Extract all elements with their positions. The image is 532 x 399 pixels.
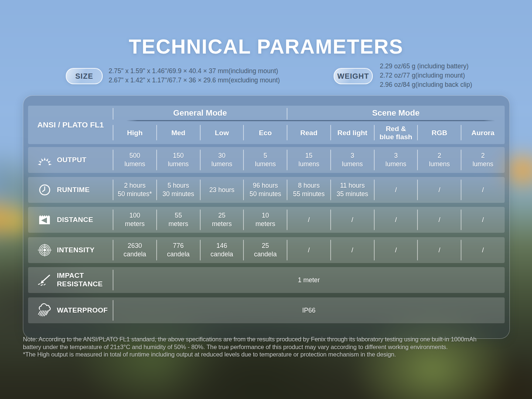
value-cell: / (331, 207, 374, 233)
table-row: IMPACT RESISTANCE1 meter (28, 267, 505, 293)
footnote: Note: According to the ANSI/PLATO FL1 st… (23, 335, 518, 358)
column-header-5: Read (287, 122, 331, 144)
spec-table-panel: ANSI / PLATO FL1 General Mode Scene Mode… (23, 95, 510, 339)
distance-icon (36, 212, 53, 227)
footnote-line-2: battery under the temperature of 21±3°C … (23, 343, 518, 351)
value-cell: 23 hours (200, 177, 244, 203)
footnote-line-1: Note: According to the ANSI/PLATO FL1 st… (23, 335, 518, 343)
table-row: INTENSITY2630 candela776 candela146 cand… (28, 237, 505, 263)
column-header-3: Low (200, 122, 244, 144)
value-cell: / (461, 207, 505, 233)
table-row: RUNTIME2 hours 50 minutes*5 hours 30 min… (28, 177, 505, 203)
value-cell: / (374, 207, 418, 233)
row-label-text: WATERPROOF (57, 306, 108, 315)
weight-line-2: 2.72 oz/77 g(including mount) (380, 71, 472, 80)
value-cell: / (374, 177, 418, 203)
value-cell: / (417, 237, 461, 263)
runtime-icon (36, 183, 53, 197)
waterproof-icon (36, 303, 53, 318)
weight-spec-text: 2.29 oz/65 g (including battery) 2.72 oz… (380, 62, 472, 89)
value-cell: / (417, 207, 461, 233)
weight-pill-label: WEIGHT (337, 72, 369, 81)
row-label-text: INTENSITY (57, 246, 95, 255)
value-cell: 8 hours 55 minutes (287, 177, 331, 203)
header-right: General Mode Scene Mode HighMedLowEcoRea… (113, 106, 505, 144)
footnote-line-3: *The High output is measured in total of… (23, 351, 518, 358)
size-line-1: 2.75" x 1.59" x 1.46''/69.9 × 40.4 × 37 … (109, 66, 280, 76)
value-cell: 500 lumens (113, 147, 157, 173)
value-cell: 5 lumens (243, 147, 287, 173)
column-header-9: Aurora (461, 122, 505, 144)
column-header-7: Red & blue flash (374, 122, 418, 144)
value-cell: / (287, 237, 331, 263)
value-cell: 3 lumens (374, 147, 418, 173)
value-cell: 11 hours 35 minutes (331, 177, 374, 203)
output-icon (36, 153, 53, 167)
mode-row: General Mode Scene Mode (113, 106, 505, 120)
column-header-row: HighMedLowEcoReadRed lightRed & blue fla… (113, 120, 505, 144)
row-label-text: OUTPUT (57, 156, 86, 164)
value-cell: 2 hours 50 minutes* (113, 177, 157, 203)
table-row: WATERPROOFIP66 (28, 297, 505, 323)
value-cell: / (287, 207, 331, 233)
size-line-2: 2.67" x 1.42" x 1.17''/67.7 × 36 × 29.6 … (109, 76, 280, 85)
page-title: TECHNICAL PARAMETERS (0, 35, 532, 58)
row-label-cell: WATERPROOF (28, 297, 113, 323)
row-label-text: RUNTIME (57, 186, 90, 194)
corner-label: ANSI / PLATO FL1 (28, 106, 113, 144)
value-cell: 25 candela (243, 237, 287, 263)
row-label-cell: DISTANCE (28, 207, 113, 233)
weight-line-3: 2.96 oz/84 g(including back clip) (380, 80, 472, 89)
table-row: DISTANCE100 meters55 meters25 meters10 m… (28, 207, 505, 233)
row-label-text: DISTANCE (57, 216, 93, 224)
full-span-value-cell: 1 meter (113, 267, 505, 293)
column-header-4: Eco (243, 122, 287, 144)
value-cell: 3 lumens (331, 147, 374, 173)
impact-resistance-icon (36, 273, 53, 287)
spec-table-inner: ANSI / PLATO FL1 General Mode Scene Mode… (28, 96, 505, 338)
table-header: ANSI / PLATO FL1 General Mode Scene Mode… (28, 106, 505, 144)
value-cell: 5 hours 30 minutes (157, 177, 200, 203)
column-header-1: High (113, 122, 157, 144)
size-spec-text: 2.75" x 1.59" x 1.46''/69.9 × 40.4 × 37 … (109, 66, 280, 85)
size-pill: SIZE (66, 68, 103, 84)
row-label-text: IMPACT RESISTANCE (57, 272, 103, 289)
value-cell: 25 meters (200, 207, 244, 233)
mode-divider-line (126, 120, 495, 121)
value-cell: / (374, 237, 418, 263)
value-cell: 10 meters (243, 207, 287, 233)
value-cell: 146 candela (200, 237, 244, 263)
value-cell: 15 lumens (287, 147, 331, 173)
full-span-value-cell: IP66 (113, 297, 505, 323)
weight-pill: WEIGHT (334, 68, 373, 84)
value-cell: 776 candela (157, 237, 200, 263)
value-cell: 2 lumens (461, 147, 505, 173)
row-label-cell: RUNTIME (28, 177, 113, 203)
value-cell: 2 lumens (417, 147, 461, 173)
group-scene-mode: Scene Mode (287, 106, 505, 120)
value-cell: / (461, 237, 505, 263)
value-cell: 55 meters (157, 207, 200, 233)
row-label-cell: INTENSITY (28, 237, 113, 263)
value-cell: / (417, 177, 461, 203)
value-cell: 96 hours 50 minutes (243, 177, 287, 203)
size-pill-label: SIZE (75, 72, 93, 81)
table-row: OUTPUT500 lumens150 lumens30 lumens5 lum… (28, 147, 505, 173)
column-header-2: Med (157, 122, 200, 144)
column-header-8: RGB (417, 122, 461, 144)
value-cell: 150 lumens (157, 147, 200, 173)
value-cell: 2630 candela (113, 237, 157, 263)
weight-line-1: 2.29 oz/65 g (including battery) (380, 62, 472, 71)
value-cell: 30 lumens (200, 147, 244, 173)
value-cell: / (331, 237, 374, 263)
intensity-icon (36, 243, 53, 258)
row-label-cell: OUTPUT (28, 147, 113, 173)
value-cell: / (461, 177, 505, 203)
value-cell: 100 meters (113, 207, 157, 233)
group-general-mode: General Mode (113, 106, 287, 120)
column-header-6: Red light (331, 122, 374, 144)
row-label-cell: IMPACT RESISTANCE (28, 267, 113, 293)
